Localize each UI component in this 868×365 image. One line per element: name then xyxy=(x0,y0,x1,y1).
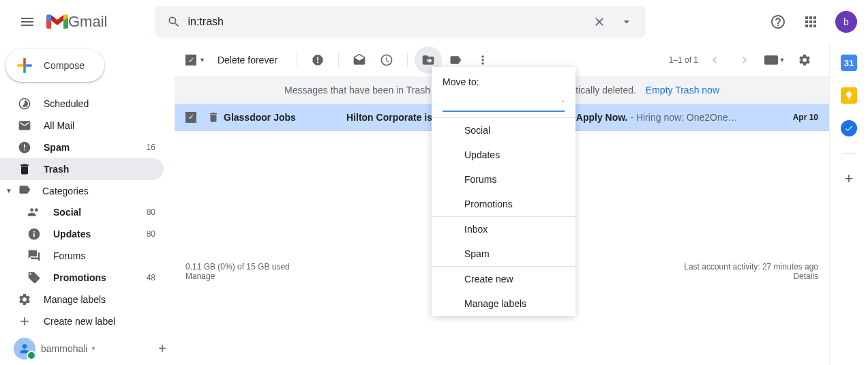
email-date: Apr 10 xyxy=(793,113,818,122)
search-input[interactable] xyxy=(188,16,586,28)
side-panel: 31 + xyxy=(830,44,868,365)
sidebar-item-forums[interactable]: Forums xyxy=(0,245,164,267)
checkbox-checked-icon: ✓ xyxy=(185,55,196,65)
caret-down-icon: ▼ xyxy=(199,57,205,63)
clear-search-button[interactable] xyxy=(586,8,613,35)
label-icon xyxy=(449,53,462,67)
svg-rect-0 xyxy=(764,55,778,64)
separator xyxy=(338,53,339,67)
get-addons-button[interactable]: + xyxy=(845,170,854,188)
sidebar-item-updates[interactable]: Updates 80 xyxy=(0,223,164,245)
sidebar-item-spam[interactable]: Spam 16 xyxy=(0,136,164,158)
popup-option-forums[interactable]: Forums xyxy=(432,167,575,192)
keep-addon[interactable] xyxy=(841,87,857,104)
account-avatar[interactable]: b xyxy=(835,11,857,33)
sidebar-item-promotions[interactable]: Promotions 48 xyxy=(0,267,164,289)
older-button[interactable] xyxy=(731,46,758,74)
spam-icon xyxy=(311,53,325,67)
updates-icon xyxy=(27,227,41,241)
gmail-logo[interactable]: Gmail xyxy=(46,13,107,31)
promotions-icon xyxy=(27,271,41,284)
move-folder-icon xyxy=(421,53,435,67)
report-spam-button[interactable] xyxy=(304,46,331,74)
close-icon xyxy=(593,15,606,29)
calendar-addon[interactable]: 31 xyxy=(841,55,857,71)
sidebar-item-categories[interactable]: ▼ Categories xyxy=(0,180,175,202)
chevron-down-icon: ▼ xyxy=(5,187,14,194)
tasks-icon xyxy=(844,123,854,133)
search-icon xyxy=(562,96,565,108)
compose-plus-icon xyxy=(14,55,35,76)
sidebar-item-all-mail[interactable]: All Mail xyxy=(0,115,164,136)
delete-forever-button[interactable]: Delete forever xyxy=(218,55,278,65)
sidebar-item-manage-labels[interactable]: Manage labels xyxy=(0,289,164,310)
manage-storage-link[interactable]: Manage xyxy=(185,272,215,281)
keyboard-icon xyxy=(764,55,778,65)
input-tools-button[interactable]: ▼ xyxy=(761,46,788,74)
chevron-left-icon xyxy=(708,53,721,67)
popup-option-updates[interactable]: Updates xyxy=(432,143,575,167)
person-icon xyxy=(18,342,31,355)
keep-icon xyxy=(844,91,854,100)
tasks-addon[interactable] xyxy=(841,120,857,136)
clock-icon xyxy=(380,53,393,67)
search-bar xyxy=(155,6,646,38)
popup-option-inbox[interactable]: Inbox xyxy=(432,217,575,242)
help-icon xyxy=(770,14,786,30)
popup-search-input[interactable] xyxy=(443,96,562,107)
gear-icon xyxy=(798,53,811,67)
sidebar-item-trash[interactable]: Trash xyxy=(0,158,164,180)
hamburger-icon xyxy=(19,14,35,30)
activity-text: Last account activity: 27 minutes ago xyxy=(684,262,818,272)
separator xyxy=(407,53,408,67)
header-right: b xyxy=(764,8,857,35)
popup-option-spam[interactable]: Spam xyxy=(432,242,575,266)
sidebar-item-social[interactable]: Social 80 xyxy=(0,201,164,223)
all-mail-icon xyxy=(18,119,31,132)
email-sender: Glassdoor Jobs xyxy=(224,112,346,123)
mark-unread-button[interactable] xyxy=(346,46,373,74)
main-menu-button[interactable] xyxy=(11,5,44,38)
separator xyxy=(842,153,856,154)
apps-grid-icon xyxy=(803,14,819,30)
hangouts-avatar[interactable] xyxy=(14,338,35,360)
plus-icon xyxy=(18,315,31,328)
search-options-button[interactable] xyxy=(613,8,640,35)
header: Gmail b xyxy=(0,0,868,44)
hangouts-name[interactable]: bammohali xyxy=(41,343,87,354)
chevron-right-icon xyxy=(738,53,751,67)
compose-button[interactable]: Compose xyxy=(5,49,104,82)
compose-label: Compose xyxy=(44,60,85,71)
popup-option-create-new[interactable]: Create new xyxy=(432,267,575,291)
details-link[interactable]: Details xyxy=(793,272,818,281)
search-icon xyxy=(167,15,181,29)
sidebar-item-scheduled[interactable]: Scheduled xyxy=(0,93,164,115)
snooze-button[interactable] xyxy=(373,46,400,74)
move-to-popup: Move to: Social Updates Forums Promotion… xyxy=(432,67,575,316)
apps-button[interactable] xyxy=(797,8,824,35)
empty-trash-link[interactable]: Empty Trash now xyxy=(646,85,719,96)
more-vert-icon xyxy=(476,53,490,67)
select-all-checkbox[interactable]: ✓ ▼ xyxy=(185,55,205,65)
row-checkbox[interactable]: ✓ xyxy=(185,112,196,123)
forums-icon xyxy=(27,249,41,263)
support-button[interactable] xyxy=(764,8,792,35)
search-button[interactable] xyxy=(160,15,188,29)
gear-icon xyxy=(18,293,31,306)
chevron-down-icon[interactable]: ▼ xyxy=(90,345,96,352)
gmail-m-icon xyxy=(46,14,68,30)
popup-option-social[interactable]: Social xyxy=(432,118,575,143)
scheduled-icon xyxy=(18,97,31,111)
popup-option-promotions[interactable]: Promotions xyxy=(432,192,575,216)
popup-search xyxy=(443,93,565,112)
pagination-count: 1–1 of 1 xyxy=(669,55,698,65)
new-chat-button[interactable]: + xyxy=(158,341,166,357)
popup-option-manage-labels[interactable]: Manage labels xyxy=(432,291,575,316)
label-icon xyxy=(18,183,31,196)
newer-button[interactable] xyxy=(701,46,728,74)
popup-title: Move to: xyxy=(432,67,575,93)
sidebar: Compose Scheduled All Mail Spam 16 Trash… xyxy=(0,44,175,365)
sidebar-item-create-label[interactable]: Create new label xyxy=(0,310,164,332)
trash-icon xyxy=(207,111,220,123)
settings-button[interactable] xyxy=(791,46,818,74)
